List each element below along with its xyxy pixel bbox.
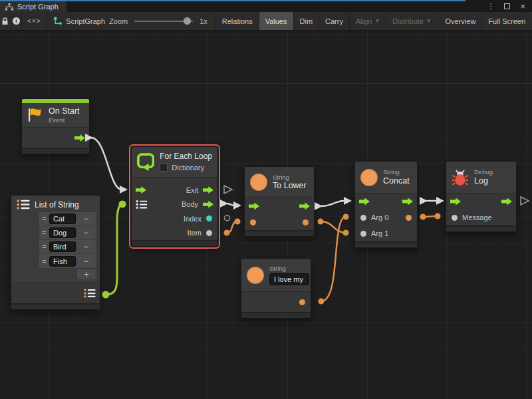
node-footer bbox=[355, 241, 417, 247]
node-title: Concat bbox=[383, 176, 410, 186]
message-input-port[interactable] bbox=[452, 215, 458, 221]
drag-handle[interactable]: = bbox=[39, 257, 49, 265]
flow-input-port[interactable] bbox=[359, 198, 370, 205]
arg0-input-port[interactable] bbox=[360, 215, 366, 221]
node-debug-log[interactable]: Debug Log Message bbox=[446, 161, 517, 232]
remove-item-button[interactable]: − bbox=[76, 242, 96, 251]
node-title: On Start bbox=[49, 106, 80, 116]
add-item-button[interactable]: + bbox=[76, 269, 96, 280]
zoom-slider[interactable] bbox=[134, 21, 193, 22]
window-controls: ⋮ × bbox=[487, 0, 525, 12]
drag-handle[interactable]: = bbox=[39, 229, 49, 237]
item-output-port[interactable] bbox=[206, 230, 212, 236]
relations-button[interactable]: Relations bbox=[216, 12, 259, 30]
zoom-value: 1x bbox=[200, 17, 207, 25]
string-type-icon bbox=[247, 267, 264, 284]
exit-output-port[interactable] bbox=[203, 186, 213, 194]
list-editor: = − = − = − = bbox=[39, 211, 96, 269]
string-input-port[interactable] bbox=[250, 219, 256, 225]
list-item-input[interactable] bbox=[49, 241, 76, 252]
node-on-start[interactable]: On Start Event bbox=[21, 98, 90, 154]
node-footer bbox=[446, 225, 516, 231]
lock-button[interactable] bbox=[0, 12, 11, 30]
dictionary-checkbox[interactable] bbox=[160, 164, 168, 172]
list-item-input[interactable] bbox=[49, 227, 76, 238]
list-item-row: = − bbox=[39, 212, 96, 226]
code-view-toggle[interactable]: <×> bbox=[22, 12, 47, 30]
wire-onstart-to-foreach[interactable] bbox=[85, 134, 128, 194]
lock-icon bbox=[1, 17, 9, 25]
flag-icon bbox=[27, 107, 43, 123]
focus-accent-line bbox=[0, 0, 466, 1]
flow-output-port[interactable] bbox=[74, 134, 85, 142]
carry-label: Carry bbox=[325, 17, 343, 25]
node-string-literal[interactable]: String bbox=[241, 258, 311, 319]
graph-name-label[interactable]: ScriptGraph bbox=[66, 17, 105, 25]
remove-item-button[interactable]: − bbox=[76, 214, 96, 223]
node-to-lower[interactable]: String To Lower bbox=[244, 166, 315, 237]
arg1-input-port[interactable] bbox=[360, 231, 366, 237]
flow-input-port[interactable] bbox=[249, 203, 259, 210]
fullscreen-label: Full Screen bbox=[488, 17, 525, 25]
node-footer bbox=[11, 303, 100, 309]
wire-tolower-to-arg1[interactable] bbox=[318, 219, 349, 236]
wire-item-to-tolower[interactable] bbox=[224, 219, 241, 236]
drag-handle[interactable]: = bbox=[39, 215, 49, 223]
graph-canvas[interactable]: On Start Event List of bbox=[0, 31, 532, 399]
exit-unconnected-hint bbox=[224, 186, 232, 194]
index-unconnected-hint bbox=[225, 215, 230, 221]
wire-literal-to-arg0[interactable] bbox=[319, 214, 349, 305]
script-graph-window: Script Graph ⋮ × i <×> ScriptG bbox=[0, 0, 532, 399]
flow-output-port[interactable] bbox=[402, 198, 413, 205]
wire-list-to-foreach[interactable] bbox=[102, 201, 126, 299]
wire-concat-to-log[interactable] bbox=[420, 197, 444, 205]
wire-concat-to-message[interactable] bbox=[420, 213, 441, 220]
node-subtitle: String bbox=[383, 168, 410, 176]
result-output-port[interactable] bbox=[406, 215, 412, 221]
dim-label: Dim bbox=[300, 17, 313, 25]
fullscreen-button[interactable]: Full Screen bbox=[482, 12, 532, 30]
dim-button[interactable]: Dim bbox=[294, 12, 320, 30]
flow-input-port[interactable] bbox=[136, 186, 146, 194]
node-concat[interactable]: String Concat Arg 0 Arg 1 bbox=[354, 161, 418, 248]
maximize-icon[interactable] bbox=[504, 3, 510, 9]
script-graph-icon bbox=[53, 17, 62, 25]
node-list-of-string[interactable]: List of String = − = − = bbox=[11, 195, 100, 310]
carry-button[interactable]: Carry bbox=[319, 12, 350, 30]
body-output-port[interactable] bbox=[203, 201, 213, 208]
tab-script-graph[interactable]: Script Graph bbox=[0, 1, 66, 12]
flow-input-port[interactable] bbox=[450, 198, 461, 205]
list-item-input[interactable] bbox=[49, 213, 76, 224]
index-output-port[interactable] bbox=[206, 215, 212, 221]
close-icon[interactable]: × bbox=[520, 2, 525, 11]
zoom-slider-handle[interactable] bbox=[184, 17, 191, 25]
port-label-item: Item bbox=[188, 229, 201, 237]
align-button[interactable]: Align ▼ bbox=[350, 12, 386, 30]
string-output-port[interactable] bbox=[303, 219, 309, 225]
list-input-port[interactable] bbox=[136, 200, 148, 209]
flow-output-port[interactable] bbox=[501, 198, 512, 205]
drag-handle[interactable]: = bbox=[39, 243, 49, 251]
window-menu-icon[interactable]: ⋮ bbox=[487, 3, 494, 10]
graph-hierarchy-icon bbox=[5, 3, 13, 11]
list-output-port[interactable] bbox=[84, 289, 96, 298]
string-output-port[interactable] bbox=[299, 299, 305, 305]
port-label-index: Index bbox=[184, 215, 201, 223]
list-item-row: = − bbox=[39, 254, 96, 268]
values-button[interactable]: Values bbox=[259, 12, 294, 30]
list-item-input[interactable] bbox=[49, 256, 76, 267]
string-value-input[interactable] bbox=[269, 273, 309, 285]
distribute-button[interactable]: Distribute ▼ bbox=[386, 12, 438, 30]
remove-item-button[interactable]: − bbox=[76, 257, 96, 266]
info-button[interactable]: i bbox=[11, 12, 23, 30]
wire-tolower-to-concat[interactable] bbox=[315, 197, 352, 210]
overview-label: Overview bbox=[446, 17, 476, 25]
port-label-arg1: Arg 1 bbox=[371, 229, 388, 237]
overview-button[interactable]: Overview bbox=[440, 12, 483, 30]
tab-title: Script Graph bbox=[17, 3, 59, 11]
flow-output-port[interactable] bbox=[299, 203, 310, 210]
wire-body-to-tolower[interactable] bbox=[220, 200, 241, 209]
remove-item-button[interactable]: − bbox=[76, 228, 96, 237]
node-for-each-loop[interactable]: For Each Loop Dictionary Exit bbox=[131, 146, 218, 247]
node-footer bbox=[241, 312, 311, 318]
